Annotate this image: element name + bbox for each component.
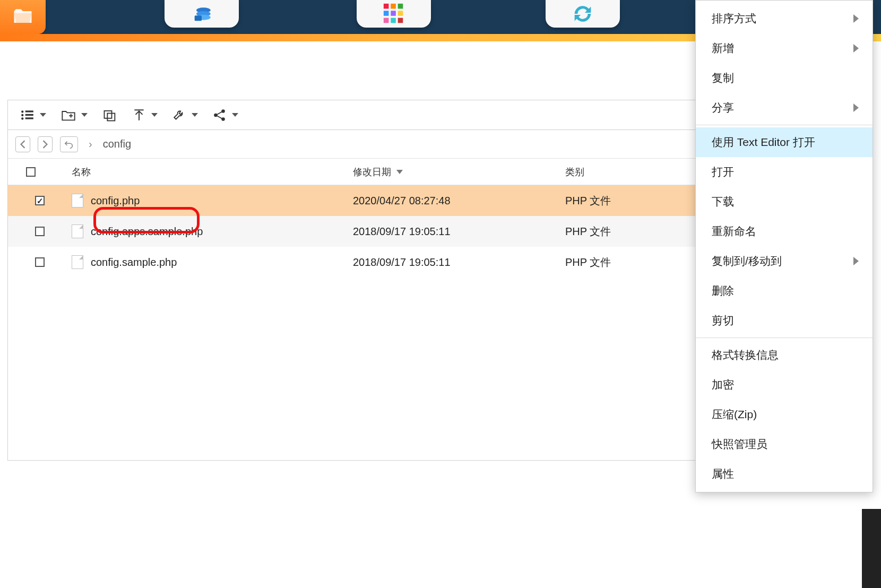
svg-rect-25 [107,113,115,120]
file-modified: 2018/09/17 19:05:11 [353,226,451,238]
svg-rect-19 [25,114,33,115]
header-category[interactable]: 类别 [560,166,698,178]
file-modified: 2020/04/27 08:27:48 [353,195,451,207]
svg-point-20 [21,117,23,119]
svg-point-18 [21,114,23,116]
copy-icon [102,109,117,122]
header-checkbox-cell[interactable] [8,167,66,177]
header-name[interactable]: 名称 [66,166,348,178]
menu-separator [696,338,873,338]
file-rows: config.php 2020/04/27 08:27:48 PHP 文件 co… [8,185,704,278]
ctx-delete[interactable]: 删除 [696,276,873,306]
toolbar [8,100,704,130]
ctx-rename[interactable]: 重新命名 [696,217,873,246]
tools-button[interactable] [167,106,203,125]
chevron-right-icon [853,44,859,53]
column-header-row: 名称 修改日期 类别 [8,159,704,185]
svg-rect-12 [398,18,403,23]
new-folder-button[interactable] [56,106,93,125]
svg-rect-24 [105,110,112,118]
checkbox-icon[interactable] [35,227,45,236]
ctx-sort[interactable]: 排序方式 [696,4,873,33]
svg-rect-4 [384,4,389,9]
file-icon [72,194,83,207]
ctx-copymove[interactable]: 复制到/移动到 [696,246,873,276]
checkbox-icon[interactable] [35,257,45,267]
ctx-properties[interactable]: 属性 [696,459,873,489]
ctx-cut[interactable]: 剪切 [696,306,873,335]
file-name: config.php [91,195,140,207]
svg-point-28 [214,113,218,117]
dock-app-photos[interactable] [165,0,239,28]
context-menu: 排序方式 新增 复制 分享 使用 Text Editor 打开 打开 下载 重新… [695,0,873,492]
chevron-left-icon [20,140,26,149]
ctx-open-text-editor[interactable]: 使用 Text Editor 打开 [696,127,873,157]
svg-rect-8 [391,11,396,16]
ctx-open[interactable]: 打开 [696,157,873,187]
chevron-down-icon [81,113,88,117]
file-category: PHP 文件 [565,255,611,270]
svg-rect-9 [398,11,403,16]
dock-app-grid[interactable] [357,0,431,28]
svg-rect-7 [384,11,389,16]
breadcrumb-separator: › [89,138,92,150]
svg-rect-6 [398,4,403,9]
chevron-down-icon [232,113,238,117]
header-modified[interactable]: 修改日期 [348,166,560,178]
svg-point-29 [221,109,225,113]
upload-icon [132,109,146,122]
ctx-share[interactable]: 分享 [696,93,873,123]
edge-strip [862,509,881,588]
wrench-icon [172,109,186,122]
dock-app-sync[interactable] [546,0,620,28]
copy-button[interactable] [97,106,123,125]
nav-row: › config [8,130,704,159]
svg-rect-5 [391,4,396,9]
chevron-right-icon [853,14,859,23]
svg-rect-21 [25,117,33,119]
file-row[interactable]: config.sample.php 2018/09/17 19:05:11 PH… [8,247,704,278]
file-icon [72,255,83,269]
ctx-snapshot[interactable]: 快照管理员 [696,429,873,459]
checkbox-checked-icon[interactable] [35,196,45,205]
chevron-down-icon [40,113,46,117]
folder-plus-icon [61,109,76,122]
ctx-transcode[interactable]: 格式转换信息 [696,340,873,370]
sort-desc-icon [396,170,403,174]
ctx-copy[interactable]: 复制 [696,63,873,93]
file-row[interactable]: config.php 2020/04/27 08:27:48 PHP 文件 [8,185,704,216]
ctx-download[interactable]: 下载 [696,187,873,217]
stack-disks-icon [189,3,214,24]
svg-rect-17 [25,110,33,112]
share-button[interactable] [208,106,244,125]
ctx-zip[interactable]: 压缩(Zip) [696,400,873,429]
view-mode-button[interactable] [15,106,51,124]
dock-file-manager[interactable] [0,0,46,34]
nav-forward-button[interactable] [38,136,53,152]
menu-separator [696,125,873,125]
ctx-new[interactable]: 新增 [696,33,873,63]
list-icon [21,109,34,121]
svg-rect-11 [391,18,396,23]
chevron-right-icon [42,140,48,149]
chevron-down-icon [151,113,158,117]
chevron-right-icon [853,257,859,265]
file-row[interactable]: config.apps.sample.php 2018/09/17 19:05:… [8,216,704,247]
checkbox-icon [26,167,36,177]
nav-up-button[interactable] [60,136,78,152]
chevron-right-icon [853,103,859,112]
breadcrumb-current[interactable]: config [103,138,131,150]
svg-point-30 [221,117,225,121]
svg-rect-3 [195,15,202,21]
ctx-encrypt[interactable]: 加密 [696,370,873,400]
upload-button[interactable] [127,106,163,125]
sync-icon [571,2,595,26]
folder-open-icon [11,5,34,29]
file-modified: 2018/09/17 19:05:11 [353,256,451,269]
chevron-down-icon [192,113,198,117]
file-category: PHP 文件 [565,194,611,208]
file-browser-panel: › config 名称 修改日期 类别 config.php 2020/04/2… [7,100,705,461]
file-name: config.sample.php [91,256,177,269]
share-icon [213,109,227,122]
nav-back-button[interactable] [15,136,30,152]
